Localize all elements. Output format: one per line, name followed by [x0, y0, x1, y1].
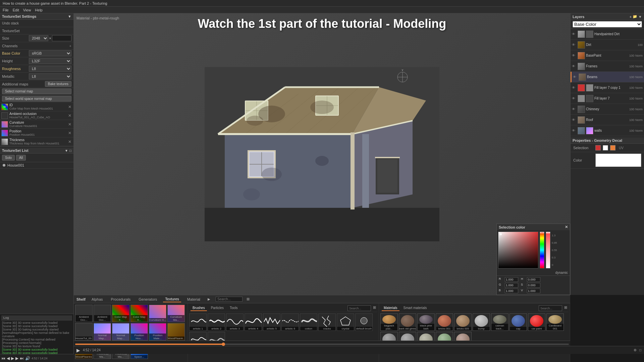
color-gradient-area[interactable]	[498, 232, 538, 268]
brush-artistic4[interactable]: artistic 4	[245, 313, 262, 331]
layer-eye-icon[interactable]: 👁	[572, 97, 577, 100]
play-btn[interactable]: ▶	[76, 348, 80, 353]
layer-fill7[interactable]: 👁 Fill layer 7 100 Norm	[571, 93, 644, 104]
expand-icon[interactable]: □	[69, 149, 71, 153]
layer-eye-icon[interactable]: 👁	[572, 64, 577, 68]
layer-eye-icon[interactable]: 👁	[572, 86, 577, 89]
all-btn[interactable]: All	[16, 155, 26, 161]
brush-artistic2[interactable]: artistic 2	[208, 313, 225, 331]
thumb-wood1[interactable]: WoodPlaank...	[167, 323, 185, 341]
color-gradient[interactable]	[498, 232, 538, 268]
map-id-close[interactable]: ✕	[67, 105, 72, 109]
layer-handpainted-dirt[interactable]: 👁 Handpainted Dirt	[571, 29, 644, 40]
prev-frame-btn[interactable]: ⏮	[1, 356, 5, 361]
brush-cracks[interactable]: cracks	[318, 313, 336, 331]
mat-black-pine[interactable]: black pine bark	[417, 313, 435, 331]
thumb-colormap1[interactable]: Color Map fr...	[112, 305, 129, 322]
brush-crystal[interactable]: crystal	[337, 313, 354, 331]
thumb-ao1[interactable]: Ambient Occ...	[75, 305, 93, 322]
mat-bump[interactable]: bump	[473, 313, 490, 331]
collapse-icon[interactable]: ▼	[68, 14, 71, 18]
layer-walls[interactable]: 👁 walls 100 Norm	[571, 125, 644, 136]
house001-item[interactable]: House001	[0, 162, 73, 169]
mat-cardboard[interactable]: Cardboard 001	[546, 313, 564, 331]
layer-beams[interactable]: 👁 Beams 100 Norm	[571, 72, 644, 82]
thumb-curvature2[interactable]: Curvature Ma...	[167, 305, 185, 322]
layers-folder-icon[interactable]: 📁	[633, 14, 637, 19]
materials-search[interactable]	[539, 305, 562, 311]
tab-particles[interactable]: Particles	[209, 305, 226, 311]
mat-bricks005[interactable]: bricks 005	[454, 313, 472, 331]
timeline-handle[interactable]	[222, 343, 225, 346]
brush-artistic1[interactable]: artistic 1	[189, 313, 207, 331]
mat-cap[interactable]: cap	[509, 313, 527, 331]
shelf-search-input[interactable]	[216, 297, 243, 302]
metallic-select[interactable]: L8	[29, 73, 71, 79]
tab-material[interactable]: Material	[185, 297, 202, 302]
layer-basepaint[interactable]: 👁 BasePaint 100 Norm	[571, 50, 644, 61]
layer-fill-copy[interactable]: 👁 Fill layer 7 copy 1 100 Norm	[571, 82, 644, 93]
map-ao-close[interactable]: ✕	[67, 113, 72, 118]
select-world-space-row[interactable]: Select world space normal map	[0, 95, 73, 103]
tab-smart-materials[interactable]: Smart materials	[401, 305, 429, 311]
brushes-search[interactable]	[347, 305, 371, 311]
h-input[interactable]	[527, 277, 540, 282]
brush-artistic3[interactable]: artistic 3	[226, 313, 244, 331]
thumb-ao2[interactable]: Ambient Occ...	[94, 305, 111, 322]
select-normal-row[interactable]: Select normal map	[0, 88, 73, 95]
thumb-housetut[interactable]: HouseTut_00...	[75, 323, 93, 341]
solo-btn[interactable]: Solo	[2, 155, 15, 161]
sel-color-white[interactable]	[603, 145, 608, 150]
size-select[interactable]: 2048 1024 4096	[29, 35, 48, 41]
shelf-arrow[interactable]: ▶	[208, 297, 210, 301]
tab-alphas[interactable]: Alphas	[90, 297, 105, 302]
tab-textures[interactable]: Textures	[163, 296, 181, 302]
tab-materials[interactable]: Materials	[382, 305, 399, 311]
thumb-position1[interactable]: Position Hou...	[130, 323, 148, 341]
play-pause-btn[interactable]: ▶	[11, 356, 14, 361]
layers-add-icon[interactable]: +	[630, 15, 632, 19]
layer-eye-icon[interactable]: 👁	[572, 43, 577, 47]
expand-icon-bottom[interactable]: □	[639, 348, 641, 352]
layer-dirt[interactable]: 👁 Dirt 100	[571, 40, 644, 50]
color-swatch[interactable]	[595, 154, 641, 167]
hue-bar[interactable]	[540, 232, 544, 268]
channel-dropdown[interactable]: Base Color Roughness Metallic	[573, 21, 642, 27]
g-input[interactable]	[505, 283, 518, 288]
map-thickness-close[interactable]: ✕	[67, 139, 72, 144]
thumb-curvature1[interactable]: Curvature H...	[149, 305, 166, 322]
step-fwd-btn[interactable]: ▶	[15, 356, 18, 361]
b-input[interactable]	[505, 289, 518, 293]
menu-file[interactable]: File	[3, 8, 9, 12]
sel-color-red[interactable]	[595, 145, 601, 150]
map-curvature-close[interactable]: ✕	[67, 122, 72, 127]
shelf-grid-icon[interactable]: ⊞	[247, 297, 250, 301]
mat-car-paint[interactable]: car paint	[528, 313, 545, 331]
s-input[interactable]	[527, 283, 540, 288]
brushes-grid-icon[interactable]: ⊞	[373, 305, 376, 311]
value-bar[interactable]	[546, 232, 550, 268]
layer-eye-icon[interactable]: 👁	[572, 129, 577, 132]
thumb-position2[interactable]: Position Mate...	[149, 323, 166, 341]
tab-brushes[interactable]: Brushes	[191, 305, 207, 311]
thumb-normal2[interactable]: Normal Map...	[112, 323, 129, 341]
sel-color-orange[interactable]	[610, 145, 615, 150]
tab-procedurals[interactable]: Procedurals	[109, 297, 133, 302]
menu-help[interactable]: Help	[35, 8, 43, 12]
menu-edit[interactable]: Edit	[13, 8, 19, 12]
brush-cotton[interactable]: cotton	[300, 313, 317, 331]
materials-grid-icon[interactable]: ⊞	[564, 305, 567, 311]
layer-eye-icon[interactable]: 👁	[572, 107, 577, 111]
add-channel-btn[interactable]: +	[69, 44, 71, 48]
height-select[interactable]: L32F	[29, 58, 71, 64]
layers-collapse-icon[interactable]: ▼	[638, 15, 642, 19]
layer-roof[interactable]: 👁 Roof 100 Norm	[571, 115, 644, 125]
v-input[interactable]	[527, 289, 540, 293]
layer-eye-icon[interactable]: 👁	[573, 75, 578, 79]
next-frame-btn[interactable]: ⏭	[20, 356, 24, 361]
thumb-normal1[interactable]: Normal Map...	[94, 323, 111, 341]
layer-eye-icon[interactable]: 👁	[572, 54, 577, 57]
step-back-btn[interactable]: ◀	[7, 356, 10, 361]
select-world-space-btn[interactable]: Select world space normal map	[2, 96, 71, 102]
r-input[interactable]	[505, 277, 518, 282]
